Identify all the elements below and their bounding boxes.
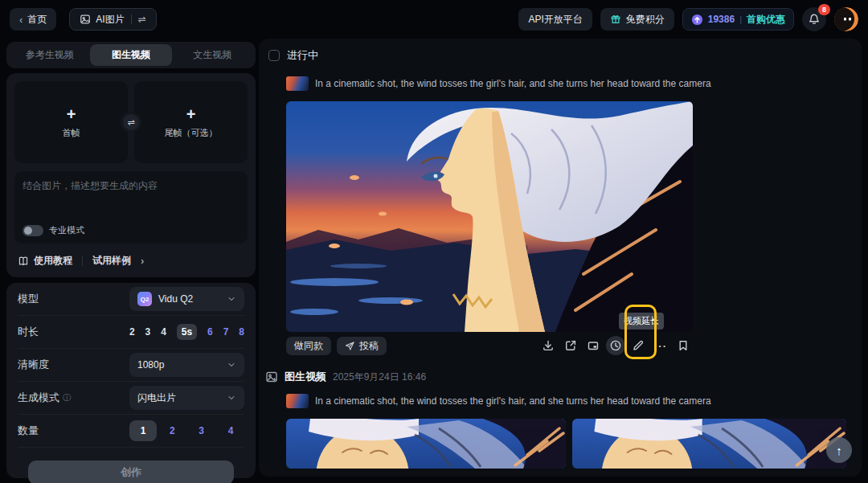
plus-icon: + xyxy=(186,106,196,122)
count-options: 1 2 3 4 xyxy=(129,420,244,441)
swap-mode-icon[interactable]: ⇌ xyxy=(138,14,146,25)
duration-label: 时长 xyxy=(18,325,39,339)
frame-button[interactable] xyxy=(583,336,603,355)
prompt-input[interactable] xyxy=(23,179,240,216)
ai-image-button[interactable]: AI图片 ⇌ xyxy=(69,8,156,31)
section-title: 图生视频 xyxy=(285,370,326,384)
api-platform-button[interactable]: API开放平台 xyxy=(518,8,592,31)
download-button[interactable] xyxy=(538,336,558,355)
tab-text-to-video[interactable]: 文生视频 xyxy=(172,44,253,66)
results-panel: 进行中 In a cinematic shot, the wind tosses… xyxy=(259,39,862,477)
swap-frames-button[interactable]: ⇌ xyxy=(121,112,141,133)
top-bar: ‹ 首页 AI图片 ⇌ API开放平台 免费积分 19386 | xyxy=(0,0,868,39)
coin-icon xyxy=(691,14,703,26)
resolution-dropdown[interactable]: 1080p xyxy=(129,353,244,377)
more-button[interactable]: ··· xyxy=(651,336,670,355)
bell-icon xyxy=(808,13,821,26)
generation-prompt: In a cinematic shot, the wind tosses the… xyxy=(315,78,711,89)
in-progress-checkbox[interactable] xyxy=(268,50,280,61)
tab-label: 文生视频 xyxy=(193,48,231,62)
credits-badge[interactable]: 19386 | 首购优惠 xyxy=(682,8,794,31)
video-extend-tooltip: 视频延长 xyxy=(619,313,664,330)
gen-mode-label-text: 生成模式 xyxy=(18,391,59,405)
chevron-left-icon: ‹ xyxy=(19,14,23,25)
pro-mode-label: 专业模式 xyxy=(49,224,84,236)
image-icon xyxy=(80,14,91,25)
tab-image-to-video[interactable]: 图生视频 xyxy=(90,44,171,66)
sample-label: 试用样例 xyxy=(92,254,131,268)
free-credits-button[interactable]: 免费积分 xyxy=(600,8,674,31)
tab-reference-to-video[interactable]: 参考生视频 xyxy=(9,44,90,66)
video-extend-button[interactable] xyxy=(606,336,625,355)
duration-option-selected[interactable]: 5s xyxy=(177,324,197,340)
video-thumbnail[interactable] xyxy=(572,419,846,469)
avatar[interactable] xyxy=(834,7,858,31)
source-image-thumbnail[interactable] xyxy=(286,76,309,91)
submit-post-button[interactable]: 投稿 xyxy=(337,337,387,355)
generated-video[interactable] xyxy=(286,101,693,332)
last-frame-upload[interactable]: + 尾帧（可选） xyxy=(134,81,248,163)
tab-label: 图生视频 xyxy=(112,48,150,62)
settings-card: 模型 Q2 Vidu Q2 时长 2 3 4 5s 6 7 8 清晰度 1080… xyxy=(6,283,256,478)
more-icon: ··· xyxy=(654,340,667,352)
home-button-label: 首页 xyxy=(27,13,47,27)
duration-option[interactable]: 2 xyxy=(129,326,135,338)
model-dropdown[interactable]: Q2 Vidu Q2 xyxy=(129,287,244,311)
swap-icon: ⇌ xyxy=(127,117,134,128)
make-same-style-button[interactable]: 做同款 xyxy=(286,337,331,355)
model-label: 模型 xyxy=(18,292,39,306)
resolution-label: 清晰度 xyxy=(18,358,49,372)
tab-label: 参考生视频 xyxy=(26,48,74,62)
chevron-down-icon xyxy=(227,294,236,304)
prompt-input-box: 专业模式 xyxy=(14,171,248,244)
count-option[interactable]: 3 xyxy=(188,420,215,441)
section-date: 2025年9月24日 16:46 xyxy=(333,370,426,384)
credits-value: 19386 xyxy=(708,14,735,25)
model-badge: Q2 xyxy=(137,292,152,306)
scroll-to-top-button[interactable]: ↑ xyxy=(826,437,852,463)
chevron-down-icon xyxy=(227,393,236,403)
toggle-knob xyxy=(24,227,32,235)
count-option-selected[interactable]: 1 xyxy=(129,420,157,441)
make-same-style-label: 做同款 xyxy=(294,339,323,353)
home-button[interactable]: ‹ 首页 xyxy=(10,8,56,31)
plus-icon: + xyxy=(67,106,76,122)
ai-image-label: AI图片 xyxy=(96,13,124,27)
duration-option[interactable]: 3 xyxy=(145,326,151,338)
in-progress-label: 进行中 xyxy=(287,48,318,63)
edit-button[interactable] xyxy=(628,336,648,355)
gift-icon xyxy=(610,14,621,25)
notifications-button[interactable]: 8 xyxy=(802,7,826,31)
book-icon xyxy=(18,256,29,267)
create-button-label: 创作 xyxy=(121,465,141,480)
button-divider xyxy=(131,14,132,24)
tutorial-label: 使用教程 xyxy=(34,254,72,268)
duration-option[interactable]: 6 xyxy=(207,326,213,338)
bookmark-button[interactable] xyxy=(674,336,693,355)
input-card: + 首帧 + 尾帧（可选） ⇌ 专业模式 使用教程 试用样例 › xyxy=(6,73,256,277)
gen-mode-dropdown[interactable]: 闪电出片 xyxy=(129,386,244,410)
first-purchase-promo[interactable]: 首购优惠 xyxy=(747,13,785,27)
api-platform-label: API开放平台 xyxy=(528,13,582,27)
duration-option[interactable]: 8 xyxy=(239,326,244,338)
duration-option[interactable]: 7 xyxy=(223,326,229,338)
export-button[interactable] xyxy=(561,336,580,355)
tutorial-link[interactable]: 使用教程 xyxy=(18,254,72,268)
model-value: Vidu Q2 xyxy=(158,293,220,305)
count-label: 数量 xyxy=(18,424,39,438)
info-icon[interactable]: ⓘ xyxy=(63,392,71,403)
count-option[interactable]: 2 xyxy=(158,420,186,441)
sample-link[interactable]: 试用样例 › xyxy=(92,254,144,268)
duration-option[interactable]: 4 xyxy=(161,326,166,338)
video-thumbnail[interactable] xyxy=(286,419,566,469)
image-plus-icon xyxy=(265,370,278,383)
source-image-thumbnail[interactable] xyxy=(286,394,309,408)
pro-mode-toggle[interactable] xyxy=(23,225,43,236)
create-button[interactable]: 创作 xyxy=(28,460,234,483)
count-option[interactable]: 4 xyxy=(217,420,244,441)
duration-options: 2 3 4 5s 6 7 8 xyxy=(129,324,244,340)
links-divider xyxy=(82,256,83,266)
arrow-up-icon: ↑ xyxy=(836,444,842,457)
mode-tabbar: 参考生视频 图生视频 文生视频 xyxy=(6,42,256,68)
first-frame-upload[interactable]: + 首帧 xyxy=(14,81,128,163)
